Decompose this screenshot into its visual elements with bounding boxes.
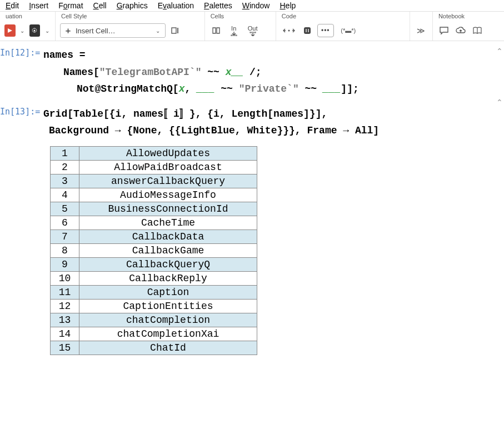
- plus-icon: ＋: [64, 26, 72, 36]
- ellipsis-icon: •••: [321, 27, 330, 34]
- input-cell-13[interactable]: In[13]:= Grid[Table[{i, names〚i〛}, {i, L…: [0, 106, 498, 139]
- grid-index-cell: 10: [51, 271, 79, 285]
- out-cell-button[interactable]: Out: [245, 24, 261, 37]
- extend-selection-button[interactable]: [281, 24, 297, 37]
- in-arrow-icon: [230, 32, 238, 36]
- svg-rect-4: [250, 32, 256, 33]
- grid-index-cell: 9: [51, 257, 79, 271]
- grid-index-cell: 11: [51, 285, 79, 299]
- toolbar-section-evaluation: uation ⌄ ⌄: [0, 12, 56, 41]
- grid-value-cell: CallbackQueryQ: [79, 257, 257, 271]
- out-label: Out: [248, 25, 258, 32]
- toolbar-section-notebook: Notebook: [433, 12, 504, 41]
- input-cell-12[interactable]: In[12]:= names = Names["TelegramBotAPI`"…: [0, 47, 498, 98]
- settings-dropdown[interactable]: ⌄: [43, 28, 51, 34]
- cell-bracket-marker[interactable]: ⌃: [496, 98, 503, 107]
- cell-code-13[interactable]: Grid[Table[{i, names〚i〛}, {i, Length[nam…: [40, 106, 498, 139]
- menu-palettes[interactable]: Palettes: [204, 1, 232, 10]
- grid-value-cell: CallbackReply: [79, 271, 257, 285]
- toolbar: uation ⌄ ⌄ Cell Style ＋ Insert Cell… ⌄: [0, 12, 504, 41]
- toolbar-section-cells: Cells In Out: [205, 12, 276, 41]
- in-cell-button[interactable]: In: [226, 24, 242, 37]
- svg-rect-3: [231, 35, 237, 36]
- table-row: 15ChatId: [51, 341, 257, 355]
- toolbar-section-code: Code ••• (*▬*): [276, 12, 410, 41]
- grid-value-cell: CaptionEntities: [79, 299, 257, 313]
- toolbar-section-collapse: ≫: [410, 12, 433, 41]
- grid-index-cell: 7: [51, 230, 79, 243]
- menu-edit[interactable]: Edit: [6, 1, 19, 10]
- cell-bracket-marker[interactable]: ⌃: [496, 47, 503, 56]
- grid-value-cell: answerCallbackQuery: [79, 174, 257, 188]
- comment-icon: (*▬*): [341, 27, 356, 34]
- play-icon: [7, 28, 13, 33]
- divide-cell-icon: [211, 26, 221, 35]
- chat-button[interactable]: [437, 24, 451, 37]
- menu-window[interactable]: Window: [242, 1, 270, 10]
- grid-value-cell: AllowedUpdates: [79, 146, 257, 160]
- svg-point-1: [34, 30, 36, 32]
- section-label-cells: Cells: [209, 12, 271, 21]
- output-cell-13: 1AllowedUpdates2AllowPaidBroadcast3answe…: [0, 142, 498, 355]
- table-row: 10CallbackReply: [51, 271, 257, 285]
- collapse-toolbar-button[interactable]: ≫: [415, 24, 428, 37]
- section-label-notebook: Notebook: [437, 12, 500, 21]
- grid-index-cell: 1: [51, 146, 79, 160]
- cell-code-12[interactable]: names = Names["TelegramBotAPI`" ~~ x__ /…: [40, 47, 498, 98]
- grid-index-cell: 12: [51, 299, 79, 313]
- table-row: 13chatCompletion: [51, 313, 257, 327]
- cell-bracket-icon: [171, 26, 181, 35]
- menu-insert[interactable]: Insert: [29, 1, 48, 10]
- table-row: 14chatCompletionXai: [51, 327, 257, 341]
- svg-rect-6: [304, 27, 311, 34]
- iconize-button[interactable]: •••: [317, 24, 334, 37]
- out-arrow-icon: [249, 32, 257, 36]
- menu-cell[interactable]: Cell: [93, 1, 107, 10]
- evaluate-button[interactable]: [4, 24, 16, 37]
- evaluation-settings-button[interactable]: [29, 24, 41, 37]
- table-row: 3answerCallbackQuery: [51, 174, 257, 188]
- svg-point-5: [288, 30, 290, 32]
- documentation-button[interactable]: [471, 24, 484, 37]
- brackets-icon: [303, 26, 312, 35]
- menu-graphics[interactable]: Graphics: [117, 1, 148, 10]
- divide-cell-button[interactable]: [209, 24, 223, 37]
- toolbar-section-cellstyle: Cell Style ＋ Insert Cell… ⌄: [56, 12, 205, 41]
- publish-button[interactable]: [454, 24, 467, 37]
- menu-evaluation[interactable]: Evaluation: [158, 1, 194, 10]
- cell-bracket-gutter[interactable]: ⌃ ⌃: [496, 47, 503, 107]
- grid-value-cell: AllowPaidBroadcast: [79, 160, 257, 174]
- extend-selection-icon: [283, 27, 295, 34]
- table-row: 12CaptionEntities: [51, 299, 257, 313]
- table-row: 6CacheTime: [51, 216, 257, 230]
- comment-button[interactable]: (*▬*): [337, 24, 360, 37]
- grid-value-cell: CallbackGame: [79, 243, 257, 257]
- grid-index-cell: 8: [51, 243, 79, 257]
- table-row: 1AllowedUpdates: [51, 146, 257, 160]
- table-row: 2AllowPaidBroadcast: [51, 160, 257, 174]
- cloud-upload-icon: [456, 26, 466, 35]
- grid-index-cell: 14: [51, 327, 79, 341]
- table-row: 11Caption: [51, 285, 257, 299]
- notebook-area: In[12]:= names = Names["TelegramBotAPI`"…: [0, 41, 504, 355]
- grid-index-cell: 13: [51, 313, 79, 327]
- grid-index-cell: 4: [51, 188, 79, 202]
- cell-bracket-button[interactable]: [169, 24, 182, 37]
- chevron-down-icon: ⌄: [154, 28, 162, 34]
- table-row: 8CallbackGame: [51, 243, 257, 257]
- balance-brackets-button[interactable]: [301, 24, 314, 37]
- insert-cell-dropdown[interactable]: ＋ Insert Cell… ⌄: [60, 23, 166, 38]
- menubar: Edit Insert Format Cell Graphics Evaluat…: [0, 0, 504, 12]
- output-grid: 1AllowedUpdates2AllowPaidBroadcast3answe…: [50, 146, 257, 355]
- evaluate-dropdown[interactable]: ⌄: [19, 28, 26, 34]
- table-row: 4AudioMessageInfo: [51, 188, 257, 202]
- table-row: 9CallbackQueryQ: [51, 257, 257, 271]
- menu-help[interactable]: Help: [280, 1, 296, 10]
- svg-marker-0: [8, 28, 12, 33]
- insert-cell-label: Insert Cell…: [76, 27, 116, 35]
- in-label: In: [231, 25, 236, 32]
- table-row: 5BusinessConnectionId: [51, 202, 257, 216]
- menu-format[interactable]: Format: [58, 1, 83, 10]
- grid-value-cell: CacheTime: [79, 216, 257, 230]
- grid-value-cell: CallbackData: [79, 230, 257, 243]
